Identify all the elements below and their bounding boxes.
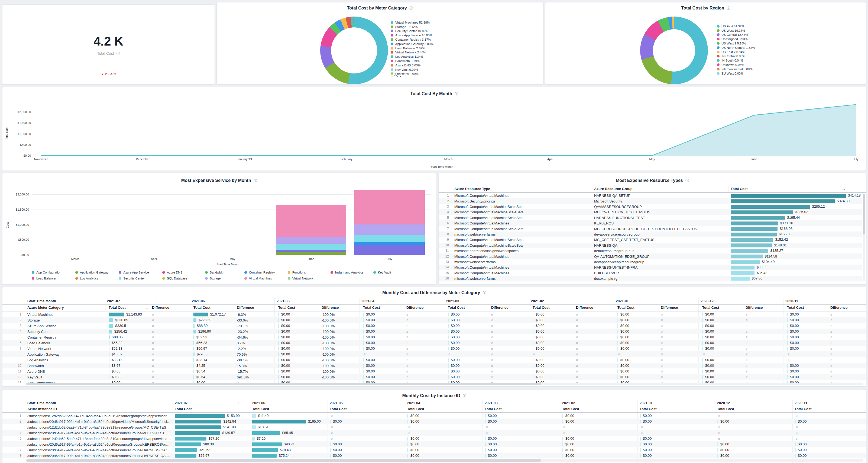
- legend-item[interactable]: Azure DNS 0.03%: [391, 63, 433, 67]
- table-row[interactable]: 5 Microsoft.Compute/virtualMachineScaleS…: [439, 215, 862, 221]
- bar-segment[interactable]: [276, 205, 346, 237]
- legend-item[interactable]: Storage: [205, 276, 220, 281]
- resource-type-cell[interactable]: microsoft.operationalinsights/workspaces: [454, 249, 519, 253]
- difference-cell[interactable]: -100.0%: [321, 369, 335, 373]
- col-header-total-cost[interactable]: Total Cost: [795, 407, 812, 411]
- col-header-difference[interactable]: Difference: [491, 306, 508, 310]
- col-header-total-cost[interactable]: Total Cost: [252, 407, 269, 411]
- col-header-total-cost[interactable]: Total Cost: [562, 407, 579, 411]
- total-cost-cell[interactable]: $0.00: [717, 419, 729, 424]
- difference-cell[interactable]: ø: [830, 313, 832, 316]
- total-cost-cell[interactable]: $0.00: [278, 346, 290, 351]
- total-cost-cell[interactable]: $79.35: [193, 352, 208, 356]
- resource-group-cell[interactable]: HARNESS-QA: [594, 243, 617, 247]
- table-row[interactable]: 8 microsoft.web/serverfarms devappservic…: [439, 231, 862, 237]
- legend-item[interactable]: Storage 13.42%: [391, 25, 433, 29]
- table-row[interactable]: 13 microsoft.web/serverfarms devappservi…: [439, 259, 862, 265]
- difference-cell[interactable]: ø: [491, 329, 493, 334]
- difference-cell[interactable]: ø: [576, 335, 578, 339]
- resource-type-cell[interactable]: Microsoft.Security/pricings: [454, 199, 496, 203]
- difference-cell[interactable]: ø: [576, 341, 578, 345]
- resource-group-cell[interactable]: MC_CERESOURCEGROUP_CE-TEST-DONTDELETE_EA…: [594, 227, 697, 231]
- col-header-difference[interactable]: Difference: [661, 306, 678, 310]
- col-header-total-cost[interactable]: Total Cost: [731, 187, 748, 191]
- total-cost-cell[interactable]: ø: [641, 425, 643, 429]
- col-header-total-cost[interactable]: Total Cost: [533, 306, 550, 310]
- difference-cell[interactable]: ø: [152, 347, 154, 350]
- total-cost-cell[interactable]: ø: [533, 352, 535, 356]
- pager-down-icon[interactable]: ▼: [399, 75, 402, 78]
- resource-group-cell[interactable]: KERBEROS: [594, 221, 614, 225]
- total-cost-cell[interactable]: $0.00: [448, 329, 460, 334]
- total-cost-cell[interactable]: $85.55: [731, 265, 768, 270]
- bar-segment[interactable]: [276, 252, 346, 255]
- difference-cell[interactable]: ø: [746, 341, 747, 345]
- difference-cell[interactable]: ø: [152, 335, 154, 339]
- difference-cell[interactable]: -100.0%: [321, 364, 335, 368]
- difference-cell[interactable]: ø: [406, 335, 408, 339]
- difference-cell[interactable]: ø: [830, 375, 832, 379]
- legend-item[interactable]: Insight and Analytics: [331, 270, 364, 274]
- difference-cell[interactable]: ø: [491, 324, 493, 328]
- table-row[interactable]: 1 Virtual Machines $1,143.93ø $1,072.17-…: [2, 312, 866, 317]
- resource-group-cell[interactable]: QAVMSSRESOURCEGROUP: [594, 204, 642, 208]
- total-cost-cell[interactable]: $0.00: [330, 419, 342, 424]
- total-cost-cell[interactable]: $0.64: [193, 375, 205, 379]
- total-cost-cell[interactable]: $0.00: [448, 369, 460, 374]
- difference-cell[interactable]: ø: [576, 370, 578, 373]
- scrollbar-thumb[interactable]: [26, 383, 541, 385]
- col-header-total-cost[interactable]: Total Cost: [448, 306, 465, 310]
- resource-type-cell[interactable]: microsoft.web/serverfarms: [454, 260, 496, 264]
- total-cost-cell[interactable]: $0.00: [363, 375, 375, 379]
- table-row[interactable]: 11 microsoft.operationalinsights/workspa…: [439, 248, 862, 254]
- category-cell[interactable]: Application Gateway: [27, 352, 60, 356]
- total-cost-cell[interactable]: $0.00: [448, 358, 460, 362]
- total-cost-cell[interactable]: $0.00: [617, 335, 629, 339]
- legend-item[interactable]: Functions 0.00%: [391, 72, 433, 75]
- total-cost-cell[interactable]: $0.00: [363, 318, 375, 322]
- total-cost-cell[interactable]: $23.14: [193, 358, 207, 362]
- category-cell[interactable]: Bandwidth: [27, 364, 44, 368]
- bar-segment[interactable]: [354, 190, 425, 225]
- total-cost-cell[interactable]: ø: [787, 358, 789, 362]
- instance-id-cell[interactable]: /subscriptions/20d6a917-99fa-4b1b-9b2e-a…: [27, 442, 171, 446]
- legend-item[interactable]: IN South 0.04%: [717, 58, 755, 63]
- legend-item[interactable]: Key Vault: [373, 270, 391, 274]
- total-cost-cell[interactable]: $97.20: [175, 436, 219, 441]
- col-header-total-cost[interactable]: Total Cost: [193, 306, 211, 310]
- total-cost-cell[interactable]: $0.00: [407, 448, 420, 452]
- difference-cell[interactable]: ø: [152, 370, 154, 373]
- difference-cell[interactable]: -100.0%: [321, 341, 335, 345]
- total-cost-cell[interactable]: $50.97: [193, 346, 207, 351]
- resource-group-cell[interactable]: MC_CSE-TEST_CSE-TEST_EASTUS: [594, 238, 654, 242]
- difference-cell[interactable]: ø: [661, 358, 663, 362]
- col-header-instance-id[interactable]: Azure Instance ID: [27, 407, 57, 411]
- instance-id-cell[interactable]: /subscriptions/20d6a917-99fa-4b1b-9b2e-a…: [27, 454, 171, 458]
- legend-item[interactable]: Log Analytics 1.34%: [391, 55, 433, 59]
- difference-cell[interactable]: ø: [406, 347, 408, 350]
- total-cost-cell[interactable]: $0.00: [533, 324, 545, 328]
- difference-cell[interactable]: ø: [576, 352, 578, 356]
- total-cost-cell[interactable]: $0.00: [485, 436, 497, 441]
- col-header-difference[interactable]: Difference: [830, 306, 848, 310]
- table-row[interactable]: 2 /subscriptions/20d6a917-99fa-4b1b-9b2e…: [2, 418, 866, 424]
- difference-cell[interactable]: ø: [746, 329, 747, 334]
- total-cost-cell[interactable]: $0.00: [278, 369, 290, 374]
- resource-group-cell[interactable]: BUILDSERVER: [594, 271, 619, 275]
- total-cost-cell[interactable]: $0.00: [363, 312, 375, 317]
- collapse-chevron-icon[interactable]: ‹: [238, 401, 239, 405]
- difference-cell[interactable]: ø: [661, 370, 663, 373]
- total-cost-cell[interactable]: $0.00: [533, 369, 545, 374]
- sort-chevron-icon[interactable]: ⌄: [843, 187, 846, 191]
- bar-segment[interactable]: [276, 250, 346, 252]
- total-cost-cell[interactable]: $0.00: [363, 329, 375, 334]
- total-cost-cell[interactable]: $0.00: [363, 369, 375, 374]
- total-cost-cell[interactable]: $0.00: [330, 448, 342, 452]
- total-cost-cell[interactable]: $0.00: [407, 442, 420, 446]
- table-row[interactable]: 12 Microsoft.Compute/virtualMachines QA-…: [439, 254, 862, 259]
- total-cost-cell[interactable]: $0.00: [717, 454, 729, 458]
- total-cost-cell[interactable]: $0.00: [795, 419, 807, 424]
- total-cost-cell[interactable]: $0.00: [533, 358, 545, 362]
- resource-group-cell[interactable]: Microsoft.Security: [594, 199, 622, 203]
- category-cell[interactable]: Virtual Machines: [27, 312, 53, 316]
